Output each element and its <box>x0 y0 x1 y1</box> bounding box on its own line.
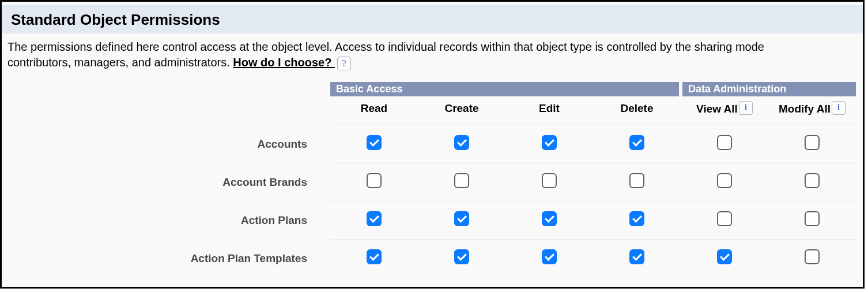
checkbox-delete[interactable] <box>629 173 644 188</box>
checkbox-read[interactable] <box>367 211 382 226</box>
checkbox-delete[interactable] <box>629 211 644 226</box>
checkbox-modifyall[interactable] <box>805 249 820 264</box>
checkbox-create[interactable] <box>454 173 469 188</box>
description-text-1: The permissions defined here control acc… <box>7 40 764 53</box>
checkbox-modifyall[interactable] <box>805 135 820 150</box>
permissions-table: Basic Access Data Administration Read Cr… <box>7 82 856 278</box>
checkbox-modifyall[interactable] <box>805 173 820 188</box>
checkbox-viewall[interactable] <box>717 173 732 188</box>
row-label: Account Brands <box>7 163 330 201</box>
col-header-viewall: View Alli <box>681 96 768 125</box>
group-header-row: Basic Access Data Administration <box>7 82 856 96</box>
section-title: Standard Object Permissions <box>11 11 854 29</box>
col-header-viewall-label: View All <box>696 103 738 115</box>
checkbox-read[interactable] <box>367 249 382 264</box>
group-header-basic: Basic Access <box>330 82 681 96</box>
description-text-2: contributors, managers, and administrato… <box>7 56 233 69</box>
table-row: Account Brands <box>7 163 856 201</box>
checkbox-edit[interactable] <box>542 249 557 264</box>
section-header: Standard Object Permissions <box>2 5 863 33</box>
checkbox-viewall[interactable] <box>717 211 732 226</box>
col-header-delete: Delete <box>593 96 681 125</box>
checkbox-create[interactable] <box>454 249 469 264</box>
info-icon[interactable]: i <box>832 101 846 115</box>
checkbox-delete[interactable] <box>629 135 644 150</box>
checkbox-modifyall[interactable] <box>805 211 820 226</box>
col-header-modifyall: Modify Alli <box>768 96 856 125</box>
row-label: Accounts <box>7 125 330 163</box>
checkbox-edit[interactable] <box>542 173 557 188</box>
column-header-row: Read Create Edit Delete View Alli Modify… <box>7 96 856 125</box>
checkbox-read[interactable] <box>367 173 382 188</box>
checkbox-edit[interactable] <box>542 135 557 150</box>
checkbox-create[interactable] <box>454 135 469 150</box>
table-row: Accounts <box>7 125 856 163</box>
checkbox-viewall[interactable] <box>717 249 732 264</box>
help-link[interactable]: How do I choose? <box>233 56 335 69</box>
col-header-modifyall-label: Modify All <box>779 103 831 115</box>
table-row: Action Plans <box>7 201 856 239</box>
checkbox-edit[interactable] <box>542 211 557 226</box>
group-header-admin: Data Administration <box>681 82 856 96</box>
info-icon[interactable]: i <box>739 101 753 115</box>
checkbox-delete[interactable] <box>629 249 644 264</box>
row-label: Action Plan Templates <box>7 239 330 278</box>
help-icon[interactable]: ? <box>337 57 351 70</box>
col-header-edit: Edit <box>505 96 593 125</box>
section-description: The permissions defined here control acc… <box>2 33 863 74</box>
col-header-read: Read <box>330 96 418 125</box>
checkbox-read[interactable] <box>367 135 382 150</box>
checkbox-viewall[interactable] <box>717 135 732 150</box>
checkbox-create[interactable] <box>454 211 469 226</box>
row-label: Action Plans <box>7 201 330 239</box>
col-header-create: Create <box>418 96 505 125</box>
table-row: Action Plan Templates <box>7 239 856 278</box>
